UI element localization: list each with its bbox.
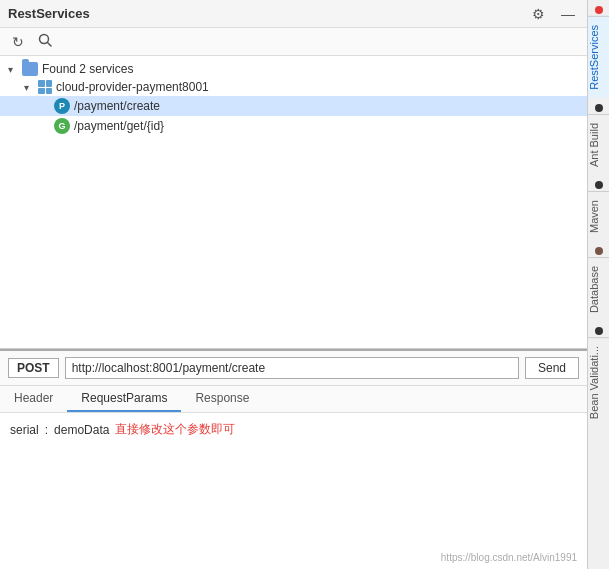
root-label: Found 2 services [42,62,133,76]
refresh-icon[interactable]: ↻ [8,32,28,52]
url-input[interactable] [65,357,519,379]
request-tabs: Header RequestParams Response [0,386,587,413]
dot-antbuild [595,104,603,112]
app-title: RestServices [8,6,90,21]
param-key: serial [10,423,39,437]
svg-line-1 [48,43,52,47]
dot-restservices [595,6,603,14]
endpoint-get[interactable]: G /payment/get/{id} [0,116,587,136]
post-badge: P [54,98,70,114]
endpoint1-chevron [40,101,52,112]
minimize-icon[interactable]: — [557,4,579,24]
right-sidebar: RestServices Ant Build Maven Database Be… [587,0,609,569]
watermark: https://blog.csdn.net/Alvin1991 [441,552,577,563]
tree-panel: ▾ Found 2 services ▾ cloud-provider-paym… [0,56,587,349]
dot-database [595,247,603,255]
param-value[interactable]: demoData [54,423,109,437]
request-bar: POST Send [0,351,587,386]
bottom-panel: POST Send Header RequestParams Response … [0,349,587,569]
sidebar-tab-database[interactable]: Database [588,257,609,321]
endpoint1-path: /payment/create [74,99,160,113]
param-line: serial : demoData 直接修改这个参数即可 [10,421,577,438]
tab-requestparams[interactable]: RequestParams [67,386,181,412]
toolbar: ↻ [0,28,587,56]
service-icon [38,80,52,94]
param-separator: : [45,423,48,437]
param-hint: 直接修改这个参数即可 [115,421,235,438]
tab-response[interactable]: Response [181,386,263,412]
send-button[interactable]: Send [525,357,579,379]
tab-header[interactable]: Header [0,386,67,412]
service-label: cloud-provider-payment8001 [56,80,209,94]
dot-beanvalidati [595,327,603,335]
sidebar-tab-restservices[interactable]: RestServices [588,16,609,98]
sidebar-tab-beanvalidati[interactable]: Bean Validati... [588,337,609,427]
root-chevron: ▾ [8,64,20,75]
get-badge: G [54,118,70,134]
endpoint-create[interactable]: P /payment/create [0,96,587,116]
endpoint2-chevron [40,121,52,132]
dot-maven [595,181,603,189]
root-folder-icon [22,62,38,76]
gear-icon[interactable]: ⚙ [528,4,549,24]
search-icon[interactable] [34,31,56,52]
method-label: POST [8,358,59,378]
title-bar-controls: ⚙ — [528,4,579,24]
service-chevron: ▾ [24,82,36,93]
sidebar-tab-maven[interactable]: Maven [588,191,609,241]
content-area: serial : demoData 直接修改这个参数即可 https://blo… [0,413,587,569]
tree-service[interactable]: ▾ cloud-provider-payment8001 [0,78,587,96]
tree-root[interactable]: ▾ Found 2 services [0,60,587,78]
title-bar: RestServices ⚙ — [0,0,587,28]
sidebar-tab-antbuild[interactable]: Ant Build [588,114,609,175]
endpoint2-path: /payment/get/{id} [74,119,164,133]
